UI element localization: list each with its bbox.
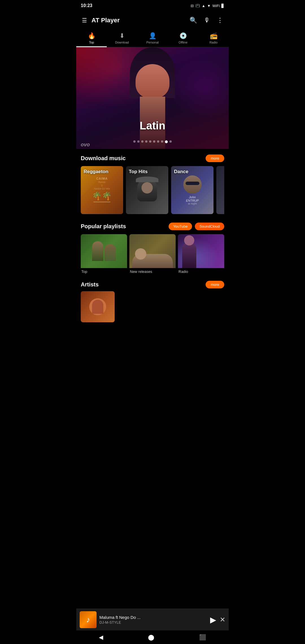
radio-playlist-label: Radio (178, 268, 224, 275)
search-button[interactable]: 🔍 (188, 16, 198, 25)
sunglasses (186, 182, 199, 185)
extra-bg (216, 166, 224, 214)
dot-7[interactable] (157, 140, 159, 143)
nav-tabs: 🔥 Top ⬇ Download 👤 Personal 💿 Offline 📻 … (76, 29, 229, 47)
newrel-playlist-label: New releases (129, 268, 176, 275)
tab-top[interactable]: 🔥 Top (76, 29, 107, 47)
dot-1[interactable] (133, 140, 136, 143)
hat (136, 177, 158, 182)
more-icon: ⋮ (217, 17, 223, 24)
playlists-header: Popular playlists YouTube SoundCloud (81, 223, 224, 230)
music-card-tophits[interactable]: Top Hits (126, 166, 168, 214)
playlists-title: Popular playlists (81, 223, 126, 230)
dot-10[interactable] (169, 140, 172, 143)
more-options-button[interactable]: ⋮ (216, 16, 224, 25)
wifi-bars-icon: WiFi (212, 4, 220, 8)
music-card-dance[interactable]: John ENTRUP at Night Dance (171, 166, 213, 214)
newrel-playlist-bg (129, 234, 176, 268)
tophits-bg: Top Hits (126, 166, 168, 214)
playlist-card-top[interactable]: Top (81, 234, 127, 275)
dancer-head (184, 235, 194, 245)
artists-preview (81, 291, 224, 322)
dot-6[interactable] (153, 140, 155, 143)
app-header: ☰ AT Player 🔍 🎙 ⋮ (76, 11, 229, 29)
head (135, 248, 146, 260)
download-music-header: Download music more (81, 155, 224, 162)
artist-thumb-1[interactable] (81, 291, 115, 322)
download-music-title: Download music (81, 155, 126, 162)
bottom-spacer (76, 322, 229, 359)
dot-5[interactable] (149, 140, 151, 143)
person-icon: 👤 (149, 32, 156, 40)
playlist-card-new-releases[interactable]: New releases (129, 234, 176, 275)
top-playlist-bg (81, 234, 127, 268)
radio-artwork (178, 234, 224, 268)
artists-more-button[interactable]: more (206, 281, 224, 288)
status-bar: 10:23 ⊟ 📳 ▲ ▼ WiFi ▊ (76, 0, 229, 11)
dance-bg: John ENTRUP at Night Dance (171, 166, 213, 214)
artist1-bg (81, 291, 115, 322)
fire-icon: 🔥 (88, 32, 95, 40)
dot-4[interactable] (145, 140, 147, 143)
app-title: AT Player (91, 17, 185, 24)
face-tophits (141, 182, 153, 193)
hero-title: Latin (76, 120, 229, 132)
tab-personal-label: Personal (146, 41, 158, 44)
playlist-card-radio[interactable]: Radio (178, 234, 224, 275)
hero-banner[interactable]: Latin ovo (76, 47, 229, 149)
music-card-extra[interactable] (216, 166, 224, 214)
dot-2[interactable] (137, 140, 140, 143)
soundcloud-filter-button[interactable]: SoundCloud (195, 223, 224, 230)
vibrate-icon: 📳 (195, 4, 200, 8)
music-card-reggaeton[interactable]: Caima Remix ft Nestor DJ Mix 🌴🌴 Reggaeto… (81, 166, 123, 214)
status-icons: ⊟ 📳 ▲ ▼ WiFi ▊ (191, 4, 224, 8)
playlist-filters: YouTube SoundCloud (169, 223, 224, 230)
dance-label: Dance (174, 169, 188, 175)
face (136, 64, 169, 98)
download-icon: ⬇ (119, 32, 125, 40)
tab-offline[interactable]: 💿 Offline (168, 29, 198, 47)
reggaeton-label: Reggaeton (84, 169, 108, 175)
tab-radio[interactable]: 📻 Radio (198, 29, 229, 47)
tophits-artwork (137, 179, 157, 201)
mic-button[interactable]: 🎙 (203, 16, 211, 25)
hero-dots (76, 140, 229, 143)
offline-icon: 💿 (179, 32, 187, 40)
dot-9[interactable] (165, 140, 168, 143)
download-music-more-button[interactable]: more (206, 155, 224, 162)
hamburger-icon: ☰ (82, 17, 87, 23)
artists-title: Artists (81, 281, 99, 288)
tab-offline-label: Offline (178, 41, 188, 44)
tab-download[interactable]: ⬇ Download (107, 29, 137, 47)
tophits-label: Top Hits (129, 169, 148, 175)
hero-artwork (76, 47, 229, 149)
playlists-grid: Top New releases Radi (81, 234, 224, 275)
person1 (92, 241, 103, 261)
artists-header: Artists more (81, 281, 224, 288)
music-cards-row: Caima Remix ft Nestor DJ Mix 🌴🌴 Reggaeto… (81, 166, 224, 214)
reggaeton-bg: Caima Remix ft Nestor DJ Mix 🌴🌴 Reggaeto… (81, 166, 123, 214)
dot-8[interactable] (161, 140, 163, 143)
avatar-body (92, 300, 103, 314)
search-icon: 🔍 (189, 17, 197, 24)
artist1-avatar (89, 298, 106, 315)
newrel-artwork (129, 234, 176, 268)
top-artwork (92, 241, 116, 261)
dance-artwork: John ENTRUP at Night (180, 173, 204, 208)
youtube-filter-button[interactable]: YouTube (169, 223, 192, 230)
person-figure (137, 179, 157, 201)
cast-icon: ⊟ (191, 4, 194, 8)
person2 (104, 244, 116, 261)
reggaeton-artwork: Caima Remix ft Nestor DJ Mix 🌴🌴 (90, 175, 114, 206)
tab-personal[interactable]: 👤 Personal (137, 29, 168, 47)
dot-3[interactable] (141, 140, 143, 143)
red-accent (76, 47, 122, 108)
download-music-section: Download music more Caima Remix ft Nesto… (76, 149, 229, 217)
battery-icon: ▊ (221, 4, 224, 8)
dancer (182, 243, 196, 268)
radio-playlist-bg (178, 234, 224, 268)
signal-icon: ▲ (202, 4, 205, 8)
header-actions: 🔍 🎙 ⋮ (188, 16, 224, 25)
menu-button[interactable]: ☰ (81, 16, 88, 25)
person-silhouette (124, 47, 181, 149)
